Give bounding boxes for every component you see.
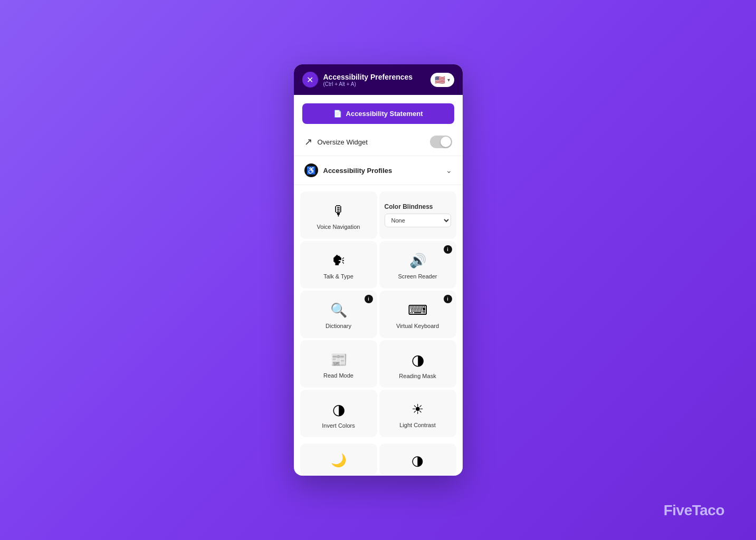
widget-header: ✕ Accessibility Preferences (Ctrl + Alt … bbox=[294, 64, 463, 95]
virtual-keyboard-button[interactable]: i ⌨ Virtual Keyboard bbox=[379, 291, 456, 338]
read-mode-button[interactable]: 📰 Read Mode bbox=[300, 340, 377, 388]
dictionary-icon-area: 🔍 bbox=[330, 302, 347, 319]
virtual-keyboard-label: Virtual Keyboard bbox=[396, 323, 439, 329]
screen-reader-info-badge: i bbox=[444, 245, 452, 254]
dictionary-info-badge: i bbox=[365, 295, 373, 303]
voice-navigation-icon: 🎙 bbox=[332, 203, 346, 219]
header-left: ✕ Accessibility Preferences (Ctrl + Alt … bbox=[302, 72, 413, 88]
doc-icon: 📄 bbox=[333, 110, 342, 118]
widget-body: 📄 Accessibility Statement ↗ Oversize Wid… bbox=[294, 95, 463, 476]
accessibility-statement-button[interactable]: 📄 Accessibility Statement bbox=[302, 103, 454, 124]
chevron-icon: ▾ bbox=[447, 77, 450, 83]
reading-mask-label: Reading Mask bbox=[399, 373, 436, 379]
expand-icon: ↗ bbox=[304, 136, 312, 148]
accessibility-widget: ✕ Accessibility Preferences (Ctrl + Alt … bbox=[294, 64, 463, 476]
brand-logo: FiveTaco bbox=[664, 502, 724, 519]
read-mode-icon: 📰 bbox=[330, 352, 347, 368]
flag-icon: 🇺🇸 bbox=[435, 75, 445, 85]
virtual-keyboard-icon: ⌨ bbox=[408, 302, 428, 319]
oversize-widget-row: ↗ Oversize Widget bbox=[294, 128, 463, 156]
talk-and-type-button[interactable]: 🗣 Talk & Type bbox=[300, 241, 377, 288]
reading-mask-icon-area: ◑ bbox=[412, 351, 424, 369]
reading-mask-button[interactable]: ◑ Reading Mask bbox=[379, 340, 456, 388]
read-mode-icon-area: 📰 bbox=[330, 352, 347, 368]
close-button[interactable]: ✕ bbox=[302, 72, 318, 88]
accessibility-icon: ♿ bbox=[304, 163, 318, 177]
reading-mask-icon: ◑ bbox=[412, 351, 424, 369]
profiles-left: ♿ Accessibility Profiles bbox=[304, 163, 393, 177]
screen-reader-button[interactable]: i 🔊 Screen Reader bbox=[379, 241, 456, 288]
light-contrast-icon-area: ☀ bbox=[412, 401, 424, 418]
features-grid: 🎙 Voice Navigation Color Blindness None … bbox=[300, 191, 456, 437]
header-title: Accessibility Preferences (Ctrl + Alt + … bbox=[323, 73, 413, 87]
talk-type-icon: 🗣 bbox=[332, 253, 346, 269]
light-contrast-label: Light Contrast bbox=[399, 422, 435, 428]
talk-and-type-icon-area: 🗣 bbox=[332, 253, 346, 269]
features-grid-section: 🎙 Voice Navigation Color Blindness None … bbox=[294, 185, 463, 443]
light-contrast-button[interactable]: ☀ Light Contrast bbox=[379, 390, 456, 437]
oversize-toggle[interactable] bbox=[430, 136, 452, 148]
dictionary-label: Dictionary bbox=[326, 323, 351, 329]
oversize-left: ↗ Oversize Widget bbox=[304, 136, 368, 148]
invert-colors-button[interactable]: ◑ Invert Colors bbox=[300, 390, 377, 437]
accessibility-profiles-row[interactable]: ♿ Accessibility Profiles ⌄ bbox=[294, 156, 463, 185]
high-contrast-icon: ◑ bbox=[412, 452, 424, 469]
screen-reader-label: Screen Reader bbox=[398, 273, 437, 279]
bottom-partial-section: 🌙 ◑ bbox=[294, 443, 463, 476]
color-blindness-select[interactable]: None Protanopia Deuteranopia Tritanopia bbox=[385, 214, 451, 227]
language-button[interactable]: 🇺🇸 ▾ bbox=[430, 73, 454, 87]
voice-navigation-label: Voice Navigation bbox=[317, 224, 360, 230]
read-mode-label: Read Mode bbox=[323, 372, 353, 379]
dark-mode-icon: 🌙 bbox=[331, 453, 347, 468]
invert-colors-label: Invert Colors bbox=[322, 422, 355, 429]
virtual-keyboard-icon-area: ⌨ bbox=[408, 302, 428, 319]
virtual-keyboard-info-badge: i bbox=[444, 295, 452, 303]
dictionary-icon: 🔍 bbox=[330, 302, 347, 319]
voice-navigation-icon-area: 🎙 bbox=[332, 203, 346, 219]
dictionary-button[interactable]: i 🔍 Dictionary bbox=[300, 291, 377, 338]
light-contrast-icon: ☀ bbox=[412, 401, 424, 418]
invert-colors-icon: ◑ bbox=[332, 401, 345, 418]
screen-reader-icon-area: 🔊 bbox=[409, 253, 426, 269]
invert-colors-icon-area: ◑ bbox=[332, 401, 345, 418]
chevron-down-icon: ⌄ bbox=[446, 166, 452, 175]
color-blindness-cell: Color Blindness None Protanopia Deuteran… bbox=[379, 191, 456, 239]
talk-and-type-label: Talk & Type bbox=[323, 273, 353, 279]
screen-reader-icon: 🔊 bbox=[409, 253, 426, 269]
high-contrast-button[interactable]: ◑ bbox=[379, 443, 456, 475]
color-blindness-label: Color Blindness bbox=[385, 203, 433, 210]
voice-navigation-button[interactable]: 🎙 Voice Navigation bbox=[300, 191, 377, 239]
dark-mode-button[interactable]: 🌙 bbox=[300, 443, 377, 475]
